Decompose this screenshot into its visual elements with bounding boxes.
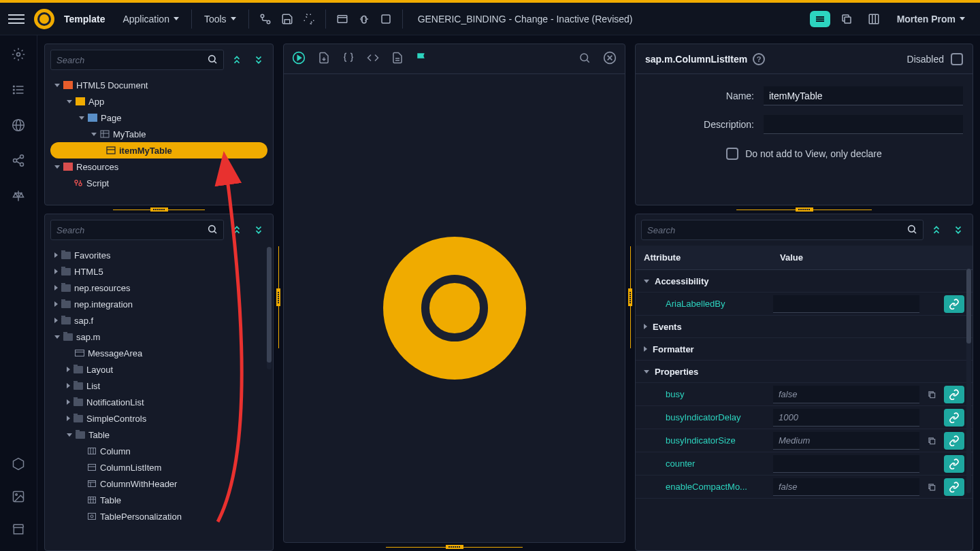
description-field[interactable]: [764, 115, 963, 134]
tree-item-script[interactable]: Script: [48, 175, 270, 191]
close-circle-icon[interactable]: [603, 51, 617, 67]
prop-value-input[interactable]: false: [773, 386, 919, 403]
binding-button[interactable]: [944, 386, 964, 403]
prop-value-input[interactable]: 1000: [773, 409, 919, 427]
settings-icon[interactable]: [12, 48, 25, 64]
search-icon[interactable]: [207, 224, 218, 237]
collapse-all-icon[interactable]: [250, 221, 267, 239]
prop-value-input[interactable]: Medium: [773, 432, 919, 450]
bug-icon[interactable]: [353, 8, 375, 30]
store-icon[interactable]: [12, 522, 25, 539]
braces-icon[interactable]: [342, 52, 355, 67]
lib-item-table-personalization[interactable]: TablePersonalization: [48, 508, 270, 524]
lib-item-html5[interactable]: HTML5: [48, 263, 270, 280]
lib-item-nep-resources[interactable]: nep.resources: [48, 280, 270, 296]
canvas-body[interactable]: [284, 74, 625, 542]
tree-item-resources[interactable]: Resources: [48, 158, 270, 175]
save-icon[interactable]: [276, 8, 298, 30]
magic-icon[interactable]: [298, 8, 320, 30]
lib-item-notification-list[interactable]: NotificationList: [48, 394, 270, 410]
svg-line-27: [16, 161, 20, 163]
lib-item-column[interactable]: Column: [48, 443, 270, 459]
globe-icon[interactable]: [12, 118, 25, 135]
tree-item-itemmytable[interactable]: itemMyTable: [50, 142, 267, 158]
play-icon[interactable]: [292, 51, 306, 67]
copy-icon[interactable]: [925, 482, 938, 492]
group-events[interactable]: Events: [636, 316, 973, 338]
group-accessibility[interactable]: Accessibility: [636, 270, 973, 293]
group-formatter[interactable]: Formatter: [636, 338, 973, 361]
binding-button[interactable]: [944, 432, 964, 450]
collapse-all-icon[interactable]: [949, 221, 967, 239]
prop-value-input[interactable]: [773, 295, 919, 313]
group-properties[interactable]: Properties: [636, 361, 973, 383]
theme-toggle[interactable]: [810, 11, 830, 27]
tree-item-app[interactable]: App: [48, 93, 270, 110]
tree-item-html5-doc[interactable]: HTML5 Document: [48, 77, 270, 93]
search-icon[interactable]: [207, 54, 218, 67]
name-field[interactable]: [764, 86, 963, 105]
copy-icon[interactable]: [925, 436, 938, 446]
copy-icon[interactable]: [925, 390, 938, 399]
vertical-splitter[interactable]: [625, 44, 635, 551]
binding-button[interactable]: [944, 478, 964, 496]
window-icon[interactable]: [331, 8, 353, 30]
svg-rect-10: [869, 14, 879, 24]
code-icon[interactable]: [367, 52, 379, 67]
disabled-checkbox[interactable]: [951, 53, 963, 65]
expand-all-icon[interactable]: [928, 221, 945, 239]
expand-all-icon[interactable]: [228, 221, 246, 239]
vertical-splitter[interactable]: [274, 44, 283, 551]
declare-only-checkbox[interactable]: [726, 148, 738, 160]
collapse-all-icon[interactable]: [250, 51, 267, 69]
lib-item-message-area[interactable]: MessageArea: [48, 345, 270, 361]
info-icon[interactable]: ?: [753, 53, 765, 65]
search-icon[interactable]: [906, 224, 917, 237]
lib-item-nep-integration[interactable]: nep.integration: [48, 296, 270, 312]
horizontal-splitter[interactable]: [283, 543, 625, 551]
lib-item-list[interactable]: List: [48, 378, 270, 394]
horizontal-splitter[interactable]: [635, 205, 973, 214]
binding-button[interactable]: [944, 295, 964, 313]
application-menu[interactable]: Application: [116, 10, 186, 29]
disabled-label: Disabled: [907, 54, 944, 65]
lib-item-simple-controls[interactable]: SimpleControls: [48, 410, 270, 427]
prop-value-input[interactable]: false: [773, 478, 919, 496]
expand-all-icon[interactable]: [228, 51, 246, 69]
properties-search-input[interactable]: Search: [641, 220, 924, 240]
flag-icon[interactable]: [416, 52, 428, 67]
menu-button[interactable]: [8, 12, 24, 27]
lib-item-column-with-header[interactable]: ColumnWithHeader: [48, 475, 270, 492]
list-icon[interactable]: [12, 83, 25, 99]
lib-item-layout[interactable]: Layout: [48, 361, 270, 378]
tree-item-page[interactable]: Page: [48, 110, 270, 126]
hexagon-icon[interactable]: [12, 457, 25, 473]
document-icon[interactable]: [391, 52, 404, 67]
lib-item-table-control[interactable]: Table: [48, 492, 270, 508]
balance-icon[interactable]: [12, 189, 25, 205]
layout-icon[interactable]: [863, 8, 885, 30]
horizontal-splitter[interactable]: [44, 205, 274, 214]
download-icon[interactable]: [318, 52, 330, 67]
device-icon[interactable]: [375, 8, 397, 30]
library-search-input[interactable]: Search: [50, 220, 224, 240]
lib-item-sap-m[interactable]: sap.m: [48, 329, 270, 345]
svg-point-48: [209, 225, 215, 231]
copy-icon[interactable]: [836, 8, 858, 30]
image-icon[interactable]: [12, 490, 25, 506]
lib-item-column-list-item[interactable]: ColumnListItem: [48, 459, 270, 475]
tree-item-mytable[interactable]: MyTable: [48, 126, 270, 142]
git-icon[interactable]: [255, 8, 276, 30]
lib-item-favorites[interactable]: Favorites: [48, 247, 270, 263]
prop-value-input[interactable]: [773, 455, 919, 473]
outline-search-input[interactable]: Search: [50, 50, 224, 70]
user-menu[interactable]: Morten Prom: [890, 10, 972, 29]
share-icon[interactable]: [12, 154, 25, 170]
lib-item-table[interactable]: Table: [48, 427, 270, 443]
lib-item-sap-f[interactable]: sap.f: [48, 312, 270, 329]
canvas-search-icon[interactable]: [578, 52, 591, 67]
tools-menu[interactable]: Tools: [197, 10, 243, 29]
binding-button[interactable]: [944, 455, 964, 473]
svg-rect-78: [930, 439, 935, 444]
binding-button[interactable]: [944, 409, 964, 427]
